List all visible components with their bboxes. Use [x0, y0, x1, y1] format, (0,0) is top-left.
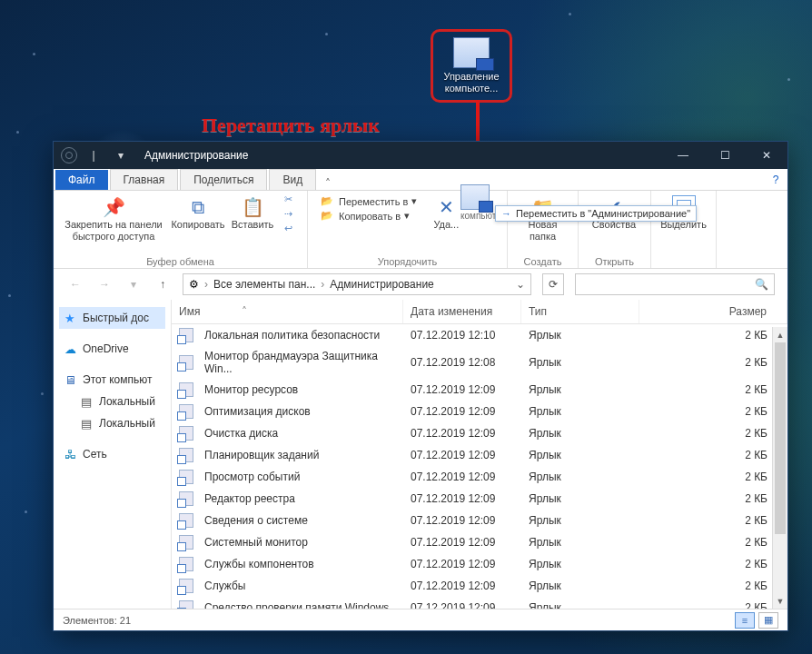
up-button[interactable]: ↑ [153, 275, 172, 293]
minimize-button[interactable]: — [662, 142, 704, 169]
breadcrumb-root[interactable]: Все элементы пан... [213, 278, 315, 291]
back-button[interactable]: ← [66, 275, 84, 293]
explorer-window: | ▾ Администрирование — ☐ ✕ Файл Главная… [53, 141, 788, 631]
file-date: 07.12.2019 12:09 [403, 467, 521, 487]
status-text: Элементов: 21 [63, 615, 131, 626]
refresh-button[interactable]: ⟳ [542, 273, 564, 295]
file-name: Планировщик заданий [204, 449, 319, 461]
file-type: Ярлык [521, 598, 639, 609]
search-icon: 🔍 [755, 278, 768, 291]
breadcrumb[interactable]: ⚙ › Все элементы пан... › Администрирова… [183, 273, 531, 295]
file-type: Ярлык [521, 352, 639, 372]
sidebar-item-onedrive[interactable]: ☁OneDrive [59, 338, 165, 360]
network-icon: 🖧 [63, 447, 77, 461]
table-row[interactable]: Службы компонентов07.12.2019 12:09Ярлык2… [172, 553, 787, 575]
recent-button[interactable]: ▾ [124, 275, 143, 293]
drive-icon: ▤ [79, 416, 94, 431]
file-type: Ярлык [521, 325, 639, 345]
copy-button[interactable]: ⧉ Копировать [168, 193, 228, 233]
file-size: 2 КБ [639, 576, 787, 596]
sidebar-item-local1[interactable]: ▤Локальный [59, 391, 165, 412]
file-type: Ярлык [521, 510, 639, 530]
shortcut-file-icon [179, 426, 193, 441]
file-size: 2 КБ [639, 445, 787, 465]
system-menu-icon[interactable] [61, 147, 77, 164]
maximize-button[interactable]: ☐ [704, 142, 746, 169]
file-size: 2 КБ [639, 325, 787, 345]
move-to-button[interactable]: 📂Переместить в ▾ [319, 195, 417, 207]
tab-share[interactable]: Поделиться [180, 169, 267, 190]
file-size: 2 КБ [639, 380, 787, 400]
copy-to-button[interactable]: 📂Копировать в ▾ [319, 210, 417, 222]
paste-button[interactable]: 📋 Вставить [228, 193, 277, 233]
shortcut-file-icon [179, 355, 193, 370]
file-type: Ярлык [521, 445, 639, 465]
table-row[interactable]: Очистка диска07.12.2019 12:09Ярлык2 КБ [172, 422, 787, 444]
title-bar[interactable]: | ▾ Администрирование — ☐ ✕ [54, 142, 787, 169]
view-details-button[interactable]: ≡ [735, 612, 755, 629]
breadcrumb-current[interactable]: Администрирование [330, 278, 433, 291]
computer-management-icon [453, 37, 490, 68]
table-row[interactable]: Просмотр событий07.12.2019 12:09Ярлык2 К… [172, 466, 787, 488]
col-type[interactable]: Тип [521, 300, 639, 323]
col-size[interactable]: Размер [639, 300, 787, 323]
table-row[interactable]: Планировщик заданий07.12.2019 12:09Ярлык… [172, 444, 787, 466]
help-icon[interactable]: ? [764, 169, 787, 190]
sidebar-item-network[interactable]: 🖧Сеть [59, 443, 165, 465]
cut-button[interactable]: ✂ [281, 193, 295, 205]
pin-to-quickaccess-button[interactable]: 📌 Закрепить на панели быстрого доступа [59, 193, 168, 244]
col-name[interactable]: Имя˄ [172, 300, 403, 323]
view-icons-button[interactable]: ▦ [758, 612, 778, 629]
table-row[interactable]: Монитор ресурсов07.12.2019 12:09Ярлык2 К… [172, 379, 787, 401]
paste-shortcut-button[interactable]: ↩ [281, 223, 295, 234]
shortcut-file-icon [179, 404, 193, 419]
file-date: 07.12.2019 12:09 [403, 423, 521, 443]
scroll-down-icon[interactable]: ▼ [773, 593, 787, 609]
table-row[interactable]: Средство проверки памяти Windows07.12.20… [172, 597, 787, 609]
sidebar-item-thispc[interactable]: 🖥Этот компьют [59, 369, 165, 391]
copy-path-button[interactable]: ⇢ [281, 208, 295, 220]
table-row[interactable]: Монитор брандмауэра Защитника Win...07.1… [172, 346, 787, 379]
table-row[interactable]: Службы07.12.2019 12:09Ярлык2 КБ [172, 575, 787, 597]
file-type: Ярлык [521, 423, 639, 443]
col-date[interactable]: Дата изменения [403, 300, 521, 323]
file-name: Монитор брандмауэра Защитника Win... [204, 350, 396, 375]
file-date: 07.12.2019 12:09 [403, 532, 521, 552]
table-row[interactable]: Локальная политика безопасности07.12.201… [172, 324, 787, 346]
arrow-right-icon: → [501, 208, 511, 219]
column-headers: Имя˄ Дата изменения Тип Размер [172, 300, 787, 324]
tab-view[interactable]: Вид [269, 169, 316, 190]
scroll-up-icon[interactable]: ▲ [773, 327, 787, 342]
table-row[interactable]: Системный монитор07.12.2019 12:09Ярлык2 … [172, 531, 787, 553]
file-size: 2 КБ [639, 510, 787, 530]
search-input[interactable]: 🔍 [575, 273, 775, 295]
shortcut-file-icon [179, 557, 193, 571]
table-row[interactable]: Редактор реестра07.12.2019 12:09Ярлык2 К… [172, 488, 787, 510]
table-row[interactable]: Сведения о системе07.12.2019 12:09Ярлык2… [172, 510, 787, 531]
sidebar-item-local2[interactable]: ▤Локальный [59, 412, 165, 434]
breadcrumb-dropdown-icon[interactable]: ⌄ [516, 278, 525, 291]
table-row[interactable]: Оптимизация дисков07.12.2019 12:09Ярлык2… [172, 401, 787, 422]
file-name: Монитор ресурсов [204, 383, 298, 396]
qat-pin-icon[interactable]: ▾ [110, 149, 132, 162]
tab-home[interactable]: Главная [110, 169, 179, 190]
file-name: Системный монитор [204, 536, 308, 549]
file-size: 2 КБ [639, 352, 787, 372]
file-date: 07.12.2019 12:08 [403, 352, 521, 372]
delete-icon: ✕ [433, 195, 459, 219]
forward-button[interactable]: → [95, 275, 114, 293]
close-button[interactable]: ✕ [746, 142, 787, 169]
paste-icon: 📋 [240, 195, 265, 219]
pin-icon: 📌 [101, 195, 126, 219]
pc-icon: 🖥 [63, 372, 77, 387]
tab-file[interactable]: Файл [55, 170, 108, 190]
ribbon-tabs: Файл Главная Поделиться Вид ˄ ? [54, 169, 787, 191]
file-size: 2 КБ [639, 401, 787, 421]
desktop-drag-shortcut[interactable]: Управление компьюте... [431, 29, 512, 103]
file-name: Редактор реестра [204, 492, 295, 505]
scroll-thumb[interactable] [775, 342, 786, 534]
scrollbar[interactable]: ▲ ▼ [772, 327, 787, 609]
status-bar: Элементов: 21 ≡ ▦ [54, 609, 787, 630]
ribbon-expand-icon[interactable]: ˄ [316, 177, 340, 190]
sidebar-item-quickaccess[interactable]: ★Быстрый дос [59, 307, 165, 329]
